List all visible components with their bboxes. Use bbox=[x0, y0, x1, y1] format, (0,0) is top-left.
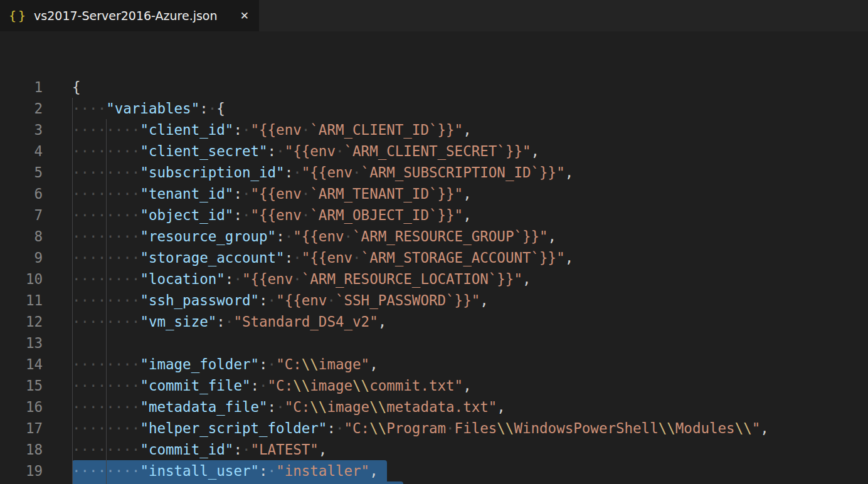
token-string: "C:\\Program·Files\\WindowsPowerShell\\M… bbox=[344, 420, 760, 436]
indent-guide bbox=[106, 268, 107, 290]
code-line-20[interactable]: 20········"install_password":·"P@ssw0rd1… bbox=[0, 481, 868, 484]
whitespace-dot: · bbox=[123, 164, 132, 181]
line-number[interactable]: 9 bbox=[0, 247, 43, 268]
line-number[interactable]: 20 bbox=[0, 481, 43, 484]
code-text: ········"object_id":·"{{env·`ARM_OBJECT_… bbox=[72, 204, 472, 226]
indent-guide bbox=[106, 396, 107, 418]
line-number[interactable]: 2 bbox=[0, 98, 43, 119]
whitespace-dot: · bbox=[336, 420, 344, 436]
indent-guide bbox=[72, 119, 73, 140]
whitespace-dot: · bbox=[72, 441, 81, 458]
line-number[interactable]: 16 bbox=[0, 396, 43, 418]
indent-guide bbox=[106, 481, 107, 484]
code-line-4[interactable]: 4········"client_secret":·"{{env·`ARM_CL… bbox=[0, 140, 868, 162]
line-content: ····"variables":·{ bbox=[72, 98, 868, 119]
line-content: ········"object_id":·"{{env·`ARM_OBJECT_… bbox=[72, 204, 868, 226]
code-line-12[interactable]: 12········"vm_size":·"Standard_DS4_v2", bbox=[0, 311, 868, 332]
token-punctuation: , bbox=[565, 250, 574, 266]
token-punctuation: :· bbox=[268, 399, 285, 415]
code-line-13[interactable]: 13 bbox=[0, 332, 868, 354]
whitespace-dot: · bbox=[123, 356, 132, 372]
token-punctuation: , bbox=[480, 292, 489, 308]
line-number[interactable]: 3 bbox=[0, 119, 43, 140]
whitespace-dot: · bbox=[302, 207, 310, 223]
escape-sequence: \\ bbox=[369, 420, 386, 436]
line-number[interactable]: 11 bbox=[0, 290, 43, 311]
whitespace-dot: · bbox=[72, 356, 81, 372]
whitespace-dot: · bbox=[302, 186, 310, 202]
whitespace-dot: · bbox=[81, 186, 90, 202]
code-line-5[interactable]: 5········"subscription_id":·"{{env·`ARM_… bbox=[0, 162, 868, 183]
whitespace-dot: · bbox=[98, 292, 107, 308]
code-text: ········"location":·"{{env·`ARM_RESOURCE… bbox=[72, 268, 531, 290]
token-string: "installer" bbox=[276, 463, 369, 479]
tab-close-icon[interactable]: ✕ bbox=[240, 9, 249, 22]
whitespace-dot: · bbox=[106, 441, 115, 458]
code-line-2[interactable]: 2····"variables":·{ bbox=[0, 98, 868, 119]
token-punctuation: , bbox=[463, 122, 472, 138]
line-number[interactable]: 10 bbox=[0, 268, 43, 290]
line-content: ········"commit_id":·"LATEST", bbox=[72, 439, 868, 460]
token-punctuation: ···· bbox=[72, 100, 106, 117]
token-punctuation: :· bbox=[233, 122, 250, 138]
code-line-9[interactable]: 9········"storage_account":·"{{env·`ARM_… bbox=[0, 247, 868, 268]
line-number[interactable]: 19 bbox=[0, 460, 43, 481]
code-line-8[interactable]: 8········"resource_group":·"{{env·`ARM_R… bbox=[0, 226, 868, 247]
indent-guide bbox=[106, 439, 107, 460]
whitespace-dot: · bbox=[115, 377, 124, 394]
code-line-18[interactable]: 18········"commit_id":·"LATEST", bbox=[0, 439, 868, 460]
line-number[interactable]: 7 bbox=[0, 204, 43, 226]
whitespace-dot: · bbox=[268, 356, 277, 372]
indent-guide bbox=[106, 226, 107, 247]
code-text: ········"storage_account":·"{{env·`ARM_S… bbox=[72, 247, 573, 268]
whitespace-dot: · bbox=[81, 207, 90, 223]
line-number[interactable]: 17 bbox=[0, 418, 43, 439]
line-number[interactable]: 15 bbox=[0, 375, 43, 396]
line-number[interactable]: 5 bbox=[0, 162, 43, 183]
line-content: ········"vm_size":·"Standard_DS4_v2", bbox=[72, 311, 868, 332]
whitespace-dot: · bbox=[106, 377, 115, 394]
whitespace-dot: · bbox=[98, 313, 107, 330]
whitespace-dot: · bbox=[106, 207, 115, 223]
code-line-17[interactable]: 17········"helper_script_folder":·"C:\\P… bbox=[0, 418, 868, 439]
indent-guide bbox=[72, 332, 73, 354]
code-line-7[interactable]: 7········"object_id":·"{{env·`ARM_OBJECT… bbox=[0, 204, 868, 226]
line-number[interactable]: 1 bbox=[0, 76, 43, 98]
code-line-1[interactable]: 1{ bbox=[0, 76, 868, 98]
line-content: ········"helper_script_folder":·"C:\\Pro… bbox=[72, 418, 868, 439]
code-line-14[interactable]: 14········"image_folder":·"C:\\image", bbox=[0, 354, 868, 375]
line-number[interactable]: 18 bbox=[0, 439, 43, 460]
whitespace-dot: · bbox=[336, 143, 344, 159]
code-line-3[interactable]: 3········"client_id":·"{{env·`ARM_CLIENT… bbox=[0, 119, 868, 140]
line-number[interactable]: 4 bbox=[0, 140, 43, 162]
code-line-15[interactable]: 15········"commit_file":·"C:\\image\\com… bbox=[0, 375, 868, 396]
indent-guide bbox=[72, 481, 73, 484]
indent-guide bbox=[72, 98, 73, 119]
code-line-6[interactable]: 6········"tenant_id":·"{{env·`ARM_TENANT… bbox=[0, 183, 868, 204]
line-number[interactable]: 13 bbox=[0, 332, 43, 354]
code-editor[interactable]: 1{2····"variables":·{3········"client_id… bbox=[0, 31, 868, 484]
whitespace-dot: · bbox=[81, 441, 90, 458]
line-content: ········"commit_file":·"C:\\image\\commi… bbox=[72, 375, 868, 396]
whitespace-dot: · bbox=[132, 313, 140, 330]
whitespace-dot: · bbox=[98, 207, 107, 223]
token-key: "commit_file" bbox=[140, 377, 250, 394]
whitespace-dot: · bbox=[89, 356, 98, 372]
code-line-19[interactable]: 19········"install_user":·"installer", bbox=[0, 460, 868, 481]
whitespace-dot: · bbox=[72, 271, 81, 287]
code-line-11[interactable]: 11········"ssh_password":·"{{env·`SSH_PA… bbox=[0, 290, 868, 311]
token-string: "{{env·`ARM_RESOURCE_GROUP`}}" bbox=[293, 228, 548, 245]
whitespace-dot: · bbox=[132, 441, 140, 458]
tab-vs2017-server2016-azure-json[interactable]: {} vs2017-Server2016-Azure.json ✕ bbox=[0, 0, 259, 31]
token-string: "{{env·`ARM_SUBSCRIPTION_ID`}}" bbox=[302, 164, 565, 181]
line-number[interactable]: 6 bbox=[0, 183, 43, 204]
whitespace-dot: · bbox=[123, 228, 132, 245]
line-number[interactable]: 14 bbox=[0, 354, 43, 375]
whitespace-dot: · bbox=[268, 463, 277, 479]
code-line-10[interactable]: 10········"location":·"{{env·`ARM_RESOUR… bbox=[0, 268, 868, 290]
line-number[interactable]: 12 bbox=[0, 311, 43, 332]
line-number[interactable]: 8 bbox=[0, 226, 43, 247]
line-content: ········"install_user":·"installer", bbox=[72, 460, 868, 481]
code-line-16[interactable]: 16········"metadata_file":·"C:\\image\\m… bbox=[0, 396, 868, 418]
whitespace-dot: · bbox=[98, 399, 107, 415]
